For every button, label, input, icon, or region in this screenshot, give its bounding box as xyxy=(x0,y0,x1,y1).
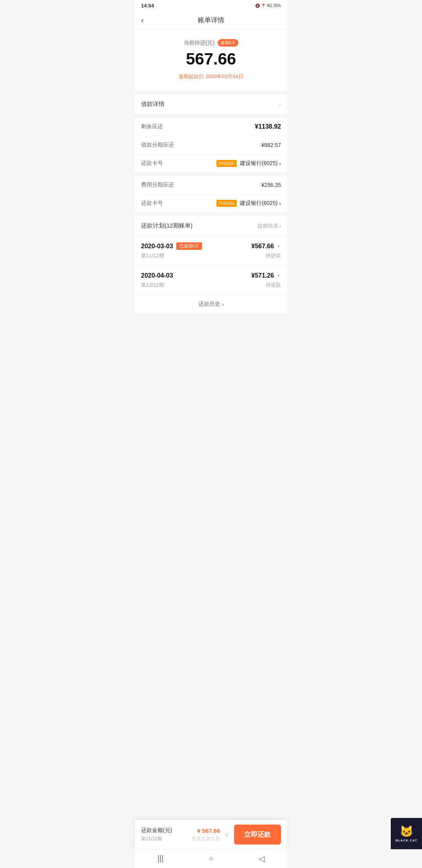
section-divider-2 xyxy=(135,115,287,118)
fee-installment-row: 费用分期应还 ¥256.35 xyxy=(135,176,287,194)
chevron-icon-2: › xyxy=(279,160,281,167)
loan-card-info: 自动还款 建设银行(6025) › xyxy=(216,160,281,167)
history-label: 还款历史 xyxy=(198,301,220,308)
status-icons: 🔇 📍 4G 25% xyxy=(255,4,281,8)
loan-installment-label: 借款分期应还 xyxy=(141,142,174,149)
remaining-row: 剩余应还 ¥1138.92 xyxy=(135,118,287,136)
auto-badge-2: 自动还款 xyxy=(216,200,237,207)
chevron-icon: › xyxy=(279,101,281,108)
status-time: 14:54 xyxy=(141,3,154,9)
fee-installment-value: ¥256.35 xyxy=(261,182,281,188)
early-settle-label: 提前结清 xyxy=(257,222,278,230)
chevron-icon-3: › xyxy=(279,200,281,206)
history-arrow: › xyxy=(222,301,224,307)
inner-divider xyxy=(135,173,287,176)
overdue-badge: 逾期6天 xyxy=(218,39,238,47)
early-settle-btn[interactable]: 提前结清 › xyxy=(257,222,281,230)
status-bar: 14:54 🔇 📍 4G 25% xyxy=(135,0,287,11)
fee-card-label: 还款卡号 xyxy=(141,200,163,207)
loan-detail-label: 借款详情 xyxy=(141,100,165,108)
page-header: ‹ 账单详情 xyxy=(135,11,287,30)
plan-status-2: 待还款 xyxy=(266,282,281,289)
loan-detail-row[interactable]: 借款详情 › xyxy=(135,94,287,115)
auto-badge-1: 自动还款 xyxy=(216,160,237,167)
signal-icons: 🔇 📍 4G 25% xyxy=(255,4,281,8)
plan-amount-2: ¥571.26 xyxy=(251,272,274,279)
loan-installment-value: ¥882.57 xyxy=(261,142,281,148)
back-button[interactable]: ‹ xyxy=(141,16,144,25)
plan-header: 还款计划(12期账单) 提前结清 › xyxy=(135,216,287,236)
plan-item-2[interactable]: 2020-04-03 ¥571.26 ▼ 第12/12期 待还款 xyxy=(135,266,287,295)
page-title: 账单详情 xyxy=(198,16,224,25)
amount-value: 567.66 xyxy=(141,50,281,68)
loan-detail-right: › xyxy=(279,101,281,108)
amount-label: 当前待还(元) xyxy=(184,39,215,47)
expand-arrow-2[interactable]: ▼ xyxy=(276,273,281,278)
remaining-value: ¥1138.92 xyxy=(255,123,281,130)
fee-card-value: 建设银行(6025) xyxy=(240,200,277,207)
remaining-label: 剩余应还 xyxy=(141,123,163,130)
plan-status-1: 待还款 xyxy=(266,252,281,259)
overdue-date: 逾期起始日 2020年03月04日 xyxy=(141,73,281,80)
plan-period-1: 第11/12期 xyxy=(141,252,164,259)
plan-period-2: 第12/12期 xyxy=(141,282,164,289)
history-link[interactable]: 还款历史 › xyxy=(135,295,287,313)
loan-card-value: 建设银行(6025) xyxy=(240,160,277,167)
fee-card-info: 自动还款 建设银行(6025) › xyxy=(216,200,281,207)
section-divider-1 xyxy=(135,91,287,94)
loan-card-row[interactable]: 还款卡号 自动还款 建设银行(6025) › xyxy=(135,154,287,173)
fee-card-row[interactable]: 还款卡号 自动还款 建设银行(6025) › xyxy=(135,194,287,213)
section-divider-3 xyxy=(135,213,287,216)
summary-section: 剩余应还 ¥1138.92 借款分期应还 ¥882.57 还款卡号 自动还款 建… xyxy=(135,118,287,213)
overdue-tag-1: 已逾期6天 xyxy=(176,242,202,250)
plan-amount-1: ¥567.66 xyxy=(251,243,274,250)
plan-date-2: 2020-04-03 xyxy=(141,272,173,279)
chevron-icon-4: › xyxy=(279,223,281,229)
overdue-date-value: 2020年03月04日 xyxy=(206,74,243,79)
amount-section: 当前待还(元) 逾期6天 567.66 逾期起始日 2020年03月04日 xyxy=(135,30,287,91)
expand-arrow-1[interactable]: ▼ xyxy=(276,244,281,249)
fee-installment-label: 费用分期应还 xyxy=(141,181,174,188)
plan-item-1[interactable]: 2020-03-03 已逾期6天 ¥567.66 ▼ 第11/12期 待还款 xyxy=(135,236,287,266)
plan-date-1: 2020-03-03 xyxy=(141,243,173,250)
loan-card-label: 还款卡号 xyxy=(141,160,163,167)
plan-header-label: 还款计划(12期账单) xyxy=(141,222,193,230)
loan-installment-row: 借款分期应还 ¥882.57 xyxy=(135,136,287,154)
